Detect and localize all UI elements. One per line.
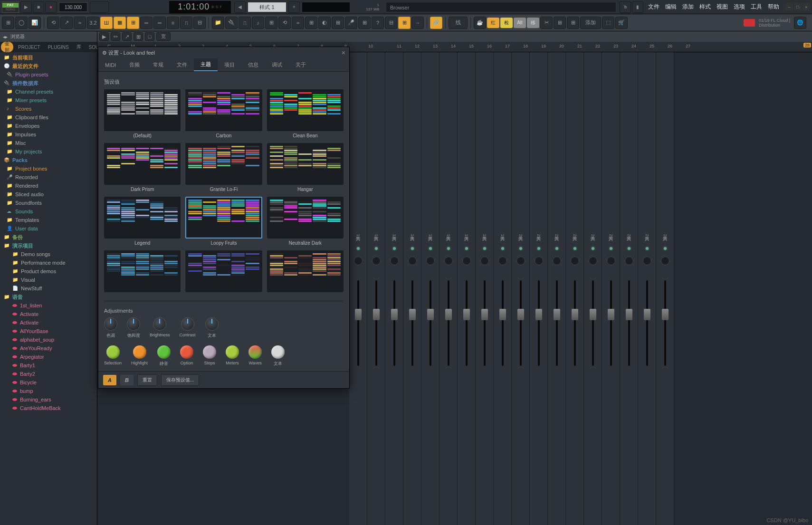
reset-button[interactable]: 重置: [137, 374, 157, 386]
browser-item[interactable]: 📦Packs: [0, 156, 97, 164]
color-swatch[interactable]: [203, 345, 216, 359]
tool-btn[interactable]: ⊞: [554, 17, 566, 29]
tempo-display[interactable]: 130.000: [59, 2, 87, 12]
browser-item[interactable]: ☁Sounds: [0, 207, 97, 216]
menu-工具[interactable]: 工具: [748, 2, 764, 12]
browser-item[interactable]: 🔌Plugin presets: [0, 70, 97, 79]
menu-添加[interactable]: 添加: [680, 2, 696, 12]
tool-btn[interactable]: 3.2: [87, 17, 99, 29]
transport-display[interactable]: 1:01:00B:S:T: [169, 1, 231, 13]
compare-a-button[interactable]: A: [103, 375, 116, 385]
mixer-track[interactable]: 插入 19: [494, 52, 512, 525]
browser-item[interactable]: 📁Demo songs: [0, 250, 97, 258]
tool-btn[interactable]: ⊞: [358, 17, 371, 29]
theme-preset[interactable]: Carbon: [185, 89, 262, 138]
mouse-icon[interactable]: 🖱: [620, 1, 631, 13]
tool-btn[interactable]: ↗: [60, 17, 73, 29]
maximize-button[interactable]: □: [794, 3, 802, 11]
tool-btn[interactable]: ≡: [167, 17, 179, 29]
theme-preset[interactable]: Neutralize Dark: [267, 197, 344, 246]
midi-icon[interactable]: ▮: [632, 1, 643, 13]
volume-fader[interactable]: [445, 309, 452, 320]
color-btn[interactable]: 检: [500, 18, 513, 28]
adjustment-knob[interactable]: [104, 317, 117, 331]
theme-preset[interactable]: [104, 250, 181, 294]
cart-btn[interactable]: 🛒: [615, 17, 628, 29]
browser-item[interactable]: Activate: [0, 318, 97, 327]
mixer-track[interactable]: 插入 17: [458, 52, 476, 525]
save-preset-button[interactable]: 保存预设值...: [161, 374, 199, 386]
theme-preset[interactable]: Dark Prism: [104, 143, 181, 192]
theme-preset[interactable]: Clean Bean: [267, 89, 344, 138]
tool-btn[interactable]: ⊞: [567, 17, 579, 29]
tempo-slider[interactable]: [90, 1, 109, 13]
adjustment-knob[interactable]: [181, 317, 194, 331]
browser-tab[interactable]: 库: [73, 42, 85, 52]
color-swatch[interactable]: [180, 345, 193, 359]
tool-btn[interactable]: ⊞: [2, 17, 14, 29]
mixer-track[interactable]: 插入 24: [584, 52, 602, 525]
theme-preset[interactable]: Legend: [104, 197, 181, 246]
mixer-track[interactable]: 插入 28: [656, 52, 674, 525]
menu-编辑[interactable]: 编辑: [663, 2, 679, 12]
tool-btn[interactable]: ▦: [114, 17, 126, 29]
collapse-icon[interactable]: ◂▸: [3, 34, 8, 39]
mixer-track[interactable]: 插入 25: [602, 52, 620, 525]
browser-item[interactable]: 📁Sliced audio: [0, 190, 97, 199]
browser-tree[interactable]: 📁当前项目🕓最近的文件🔌Plugin presets🔌插件数据库📁Channel…: [0, 52, 97, 525]
mixer-track[interactable]: 插入 16: [439, 52, 458, 525]
mixer-track[interactable]: 插入 20: [512, 52, 530, 525]
compare-b-button[interactable]: B: [120, 375, 134, 385]
theme-preset[interactable]: Granite Lo-Fi: [185, 143, 262, 192]
menu-帮助[interactable]: 帮助: [765, 2, 782, 12]
menu-选项[interactable]: 选项: [731, 2, 747, 12]
adjustment-knob[interactable]: [205, 317, 219, 331]
volume-fader[interactable]: [517, 309, 524, 320]
volume-fader[interactable]: [644, 309, 650, 320]
browser-item[interactable]: 📁Impulses: [0, 130, 97, 139]
browser-item[interactable]: 📁语音: [0, 293, 97, 301]
mixer-track[interactable]: 插入 15: [421, 52, 439, 525]
pattern-prev-button[interactable]: ◀: [234, 1, 246, 13]
browser-item[interactable]: 🔌插件数据库: [0, 79, 97, 87]
browser-item[interactable]: 📁Clipboard files: [0, 113, 97, 122]
browser-item[interactable]: 👤User data: [0, 224, 97, 233]
pan-knob[interactable]: [444, 257, 453, 265]
adjustment-knob[interactable]: [153, 317, 166, 331]
pan-knob[interactable]: [408, 257, 417, 265]
pan-knob[interactable]: [480, 257, 489, 265]
theme-preset[interactable]: Hangar: [267, 143, 344, 192]
mixer-track[interactable]: 插入 21: [530, 52, 548, 525]
volume-fader[interactable]: [535, 309, 542, 320]
pl-tool[interactable]: ↗: [122, 32, 132, 41]
pan-knob[interactable]: [372, 257, 381, 265]
volume-fader[interactable]: [499, 309, 506, 320]
browser-item[interactable]: bump: [0, 387, 97, 395]
pl-tool[interactable]: ✏: [111, 32, 120, 41]
pan-knob[interactable]: [553, 257, 561, 265]
browser-item[interactable]: 📁演示项目: [0, 241, 97, 250]
color-swatch[interactable]: [248, 345, 262, 359]
settings-tab[interactable]: MIDI: [98, 58, 123, 71]
snap-btn[interactable]: ⟲: [47, 17, 59, 29]
browser-item[interactable]: 1st_listen: [0, 301, 97, 310]
pan-knob[interactable]: [661, 257, 669, 265]
settings-tab[interactable]: 主题: [194, 58, 218, 71]
globe-icon[interactable]: 🌐: [794, 17, 806, 29]
line-dropdown[interactable]: 线: [449, 17, 468, 29]
mixer-track[interactable]: 插入 13: [385, 52, 403, 525]
mixer-track[interactable]: 插入 23: [566, 52, 584, 525]
volume-fader[interactable]: [481, 309, 488, 320]
browser-item[interactable]: 📁Envelopes: [0, 122, 97, 130]
settings-tab[interactable]: 常规: [146, 58, 170, 71]
minimize-button[interactable]: –: [785, 3, 793, 11]
tool-btn[interactable]: 🔌: [225, 17, 238, 29]
volume-fader[interactable]: [373, 309, 380, 320]
color-btn[interactable]: 移: [527, 18, 539, 28]
pan-knob[interactable]: [354, 257, 363, 265]
browser-item[interactable]: 📁Misc: [0, 139, 97, 147]
color-btn[interactable]: Alt: [514, 18, 526, 28]
tool-btn[interactable]: ⊞: [305, 17, 317, 29]
tool-btn[interactable]: ☕: [474, 17, 486, 29]
close-button[interactable]: ×: [802, 3, 810, 11]
